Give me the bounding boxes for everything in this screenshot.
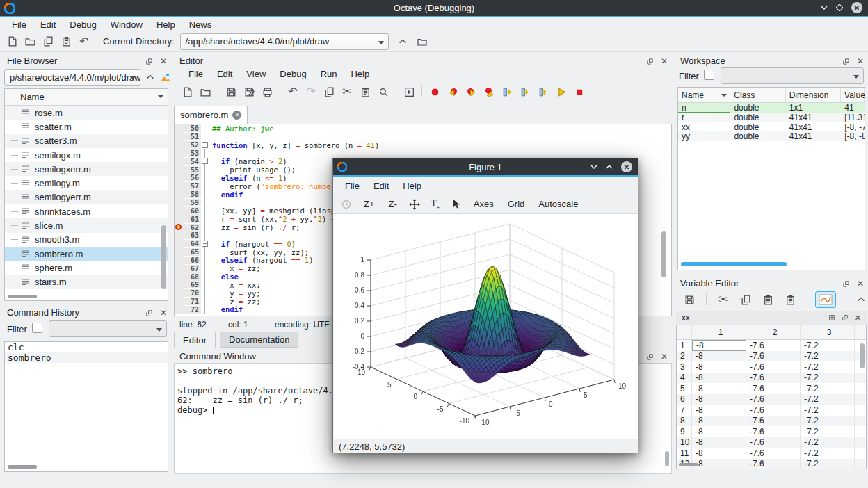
cell[interactable]: -7.2 bbox=[801, 405, 855, 416]
variable-row[interactable]: 9-8-7.6-7.2 bbox=[677, 426, 866, 437]
file-row[interactable]: semilogx.m bbox=[5, 148, 168, 162]
column-header-name[interactable]: Name bbox=[678, 88, 730, 102]
stop-icon[interactable] bbox=[570, 83, 588, 100]
close-icon[interactable]: ✕ bbox=[857, 279, 864, 288]
fold-margin[interactable] bbox=[201, 165, 209, 174]
cell[interactable]: -7.2 bbox=[801, 416, 855, 427]
directory-up-icon[interactable] bbox=[394, 33, 411, 50]
breakpoint-icon[interactable] bbox=[175, 224, 182, 230]
up-icon[interactable] bbox=[852, 291, 868, 308]
pin-icon[interactable] bbox=[828, 314, 835, 321]
breakpoint-margin[interactable] bbox=[175, 248, 184, 257]
fold-margin[interactable] bbox=[201, 190, 209, 199]
zoom-out-button[interactable]: Z- bbox=[383, 197, 403, 211]
file-row[interactable]: rose.m bbox=[5, 106, 168, 120]
cell[interactable]: -7.2 bbox=[801, 426, 855, 437]
breakpoint-margin[interactable] bbox=[175, 157, 184, 165]
copy-icon[interactable] bbox=[320, 83, 338, 100]
redo-icon[interactable]: ↷ bbox=[302, 83, 320, 100]
prev-breakpoint-icon[interactable] bbox=[444, 83, 462, 100]
open-file-icon[interactable] bbox=[21, 33, 39, 50]
breakpoint-margin[interactable] bbox=[175, 124, 184, 133]
fold-margin[interactable] bbox=[201, 306, 209, 314]
cell[interactable]: -7.2 bbox=[801, 340, 855, 351]
code-line[interactable]: 50## Author: jwe bbox=[175, 124, 671, 133]
file-row[interactable]: scatter.m bbox=[5, 120, 168, 133]
open-file-icon[interactable] bbox=[196, 83, 214, 100]
breakpoint-margin[interactable] bbox=[175, 165, 184, 174]
column-header[interactable]: 2 bbox=[746, 325, 801, 339]
cell[interactable]: -8 bbox=[692, 448, 746, 459]
titlebar[interactable]: Octave (Debugging) ✕ bbox=[0, 0, 868, 16]
axes-button[interactable]: Axes bbox=[468, 197, 499, 211]
cell[interactable]: -7.2 bbox=[801, 383, 855, 394]
variable-row[interactable]: 7-8-7.6-7.2 bbox=[677, 405, 866, 416]
minimize-icon[interactable] bbox=[590, 163, 597, 170]
menu-file[interactable]: File bbox=[6, 18, 33, 31]
variable-row[interactable]: 1-8-7.6-7.2 bbox=[677, 340, 866, 351]
breakpoint-margin[interactable] bbox=[175, 231, 184, 240]
history-item[interactable]: sombrero bbox=[5, 352, 168, 363]
float-icon[interactable] bbox=[646, 353, 654, 361]
current-directory-combo[interactable]: /app/share/octave/4.4.0/m/plot/draw bbox=[180, 33, 389, 50]
fold-margin[interactable] bbox=[201, 273, 209, 281]
workspace-hscrollbar[interactable] bbox=[681, 262, 787, 266]
copy-icon[interactable] bbox=[737, 291, 755, 308]
fold-margin[interactable] bbox=[201, 133, 209, 141]
cell[interactable]: -7.2 bbox=[801, 373, 855, 384]
cut-icon[interactable]: ✂ bbox=[714, 291, 732, 308]
zoom-in-button[interactable]: Z+ bbox=[358, 197, 380, 211]
breakpoint-margin[interactable] bbox=[175, 206, 184, 215]
cell[interactable]: -7.2 bbox=[801, 361, 855, 373]
menu-debug[interactable]: Debug bbox=[63, 18, 102, 31]
float-icon[interactable] bbox=[842, 314, 849, 321]
close-icon[interactable]: ✕ bbox=[851, 2, 862, 13]
breakpoint-margin[interactable] bbox=[175, 240, 184, 248]
breakpoint-margin[interactable] bbox=[175, 264, 184, 273]
fold-margin[interactable] bbox=[201, 257, 209, 265]
cell[interactable]: -8 bbox=[692, 416, 746, 427]
breakpoint-margin[interactable] bbox=[175, 182, 184, 190]
menu-help[interactable]: Help bbox=[150, 18, 182, 31]
float-icon[interactable] bbox=[145, 58, 153, 65]
cell[interactable]: -7.6 bbox=[746, 448, 801, 459]
editor-menu-edit[interactable]: Edit bbox=[211, 67, 239, 81]
close-icon[interactable]: ✕ bbox=[160, 308, 167, 318]
cell[interactable]: -7.2 bbox=[801, 394, 855, 405]
breakpoint-margin[interactable] bbox=[175, 273, 184, 281]
cell[interactable]: -8 bbox=[692, 361, 746, 373]
fold-margin[interactable] bbox=[201, 264, 209, 273]
editor-menu-debug[interactable]: Debug bbox=[273, 67, 312, 81]
tab-close-icon[interactable]: ✕ bbox=[232, 111, 241, 120]
cell[interactable]: -8 bbox=[692, 437, 746, 448]
variable-row[interactable]: 12-8-7.6-7.2 bbox=[677, 459, 866, 470]
pan-tool-icon[interactable] bbox=[405, 196, 424, 213]
column-header-value[interactable]: Value bbox=[841, 88, 865, 102]
undo-icon[interactable]: ↶ bbox=[284, 83, 302, 100]
paste-icon[interactable] bbox=[759, 291, 777, 308]
column-header[interactable]: 3 bbox=[801, 325, 855, 339]
fold-margin[interactable] bbox=[201, 298, 209, 306]
fold-margin[interactable] bbox=[201, 231, 209, 240]
file-row[interactable]: scatter3.m bbox=[5, 134, 168, 148]
fold-margin[interactable] bbox=[201, 223, 209, 231]
breakpoint-margin[interactable] bbox=[175, 215, 184, 223]
breakpoint-margin[interactable] bbox=[175, 149, 184, 158]
menu-news[interactable]: News bbox=[183, 18, 218, 31]
fold-margin[interactable] bbox=[201, 182, 209, 190]
variable-hscrollbar[interactable] bbox=[679, 463, 698, 466]
breakpoint-margin[interactable] bbox=[175, 133, 184, 141]
variable-row[interactable]: 11-8-7.6-7.2 bbox=[677, 448, 866, 459]
workspace-row[interactable]: xxdouble41x41[-8, -7.6 bbox=[678, 122, 865, 132]
undo-icon[interactable]: ↶ bbox=[75, 33, 93, 50]
cell[interactable]: -7.6 bbox=[746, 383, 801, 394]
cell[interactable]: -8 bbox=[692, 383, 746, 394]
variable-row[interactable]: 4-8-7.6-7.2 bbox=[677, 373, 866, 384]
cell[interactable]: -7.6 bbox=[746, 361, 801, 373]
close-icon[interactable]: ✕ bbox=[661, 352, 668, 361]
fold-icon[interactable]: – bbox=[202, 142, 208, 148]
cell[interactable]: -8 bbox=[692, 426, 746, 437]
breakpoint-margin[interactable] bbox=[175, 289, 184, 298]
close-icon[interactable]: ✕ bbox=[661, 56, 668, 66]
step-icon[interactable] bbox=[498, 83, 516, 100]
